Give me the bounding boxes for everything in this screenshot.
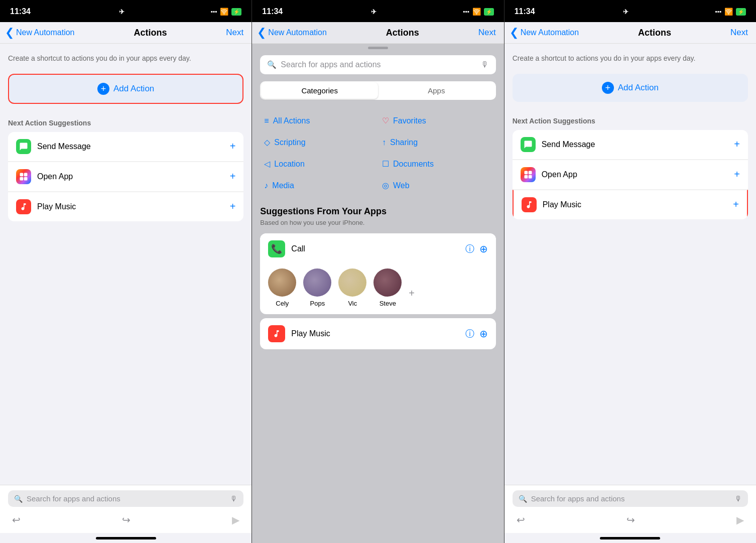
- next-button-3[interactable]: Next: [730, 28, 748, 38]
- suggestion-play-music-1[interactable]: Play Music +: [8, 192, 243, 221]
- next-button-2[interactable]: Next: [478, 28, 496, 38]
- suggestions-subtitle-2: Based on how you use your iPhone.: [260, 219, 495, 226]
- panel-handle-2: [368, 47, 388, 49]
- segment-categories-2[interactable]: Categories: [261, 82, 378, 99]
- contact-pops-2[interactable]: Pops: [303, 268, 331, 307]
- category-media-2[interactable]: ♪ Media: [260, 175, 378, 196]
- mic-icon-3: 🎙: [734, 494, 742, 503]
- open-app-plus-1[interactable]: +: [230, 171, 236, 182]
- open-app-plus-3[interactable]: +: [734, 169, 740, 180]
- scripting-label-2: Scripting: [274, 138, 305, 147]
- redo-icon-3[interactable]: ↪: [626, 514, 635, 526]
- play-music-plus-1[interactable]: +: [230, 201, 236, 212]
- call-suggestion-container-2: 📞 Call ⓘ ⊕ Cely Pops: [260, 233, 495, 314]
- nav-bar-2: ❮ New Automation Actions Next: [252, 22, 503, 44]
- status-icons-1: ▪▪▪ 🛜 ⚡: [211, 8, 242, 16]
- bottom-bar-3: 🔍 Search for apps and actions 🎙 ↩ ↪ ▶: [505, 485, 756, 533]
- status-bar-1: 11:34 ✈ ▪▪▪ 🛜 ⚡: [0, 0, 251, 22]
- play-music-plus-2[interactable]: ⊕: [479, 328, 488, 340]
- category-web-2[interactable]: ◎ Web: [378, 175, 496, 196]
- favorites-label-2: Favorites: [393, 116, 426, 125]
- sharing-icon-2: ↑: [382, 138, 386, 147]
- back-button-3[interactable]: ❮ New Automation: [510, 26, 579, 39]
- pops-avatar-2: [303, 268, 331, 297]
- toolbar-3: ↩ ↪ ▶: [513, 512, 748, 528]
- content-3: Create a shortcut to actions you do in y…: [505, 44, 756, 485]
- category-sharing-2[interactable]: ↑ Sharing: [378, 131, 496, 153]
- search-icon-1: 🔍: [14, 495, 23, 503]
- undo-icon-1[interactable]: ↩: [12, 514, 21, 526]
- contact-cely-2[interactable]: Cely: [268, 268, 296, 307]
- suggestion-open-app-1[interactable]: Open App +: [8, 162, 243, 192]
- suggestion-send-message-3[interactable]: Send Message +: [513, 130, 748, 160]
- call-icon-2: 📞: [268, 240, 285, 257]
- add-action-button-3[interactable]: + Add Action: [513, 74, 748, 102]
- play-music-peek-label-2: Play Music: [291, 329, 465, 338]
- play-icon-1[interactable]: ▶: [232, 514, 239, 526]
- search-placeholder-2: Search for apps and actions: [281, 60, 476, 69]
- call-plus-2[interactable]: ⊕: [479, 243, 488, 255]
- back-label-1: New Automation: [16, 28, 75, 37]
- home-bar-1: [96, 537, 156, 539]
- category-scripting-2[interactable]: ◇ Scripting: [260, 131, 378, 153]
- play-icon-3[interactable]: ▶: [736, 514, 744, 526]
- category-all-actions-2[interactable]: ≡ All Actions: [260, 110, 378, 131]
- sharing-label-2: Sharing: [390, 138, 418, 147]
- suggestion-play-music-3[interactable]: Play Music +: [513, 190, 748, 219]
- undo-icon-3[interactable]: ↩: [517, 514, 525, 526]
- toolbar-1: ↩ ↪ ▶: [8, 512, 243, 528]
- svg-rect-3: [24, 177, 28, 180]
- location-icon-2: ◁: [264, 159, 270, 169]
- status-icons-3: ▪▪▪ 🛜 ⚡: [715, 8, 746, 16]
- battery-icon-3: ⚡: [736, 8, 746, 16]
- music-icon-peek-2: [268, 325, 285, 342]
- web-icon-2: ◎: [382, 181, 389, 190]
- category-documents-2[interactable]: ☐ Documents: [378, 153, 496, 175]
- call-info-icon-2[interactable]: ⓘ: [465, 243, 474, 255]
- next-button-1[interactable]: Next: [226, 28, 243, 38]
- play-music-peek-2[interactable]: Play Music ⓘ ⊕: [260, 318, 495, 349]
- battery-icon-1: ⚡: [231, 8, 241, 16]
- redo-icon-1[interactable]: ↪: [122, 514, 131, 526]
- cely-avatar-2: [268, 268, 296, 297]
- contacts-row-2: Cely Pops Vic Steve +: [260, 264, 495, 314]
- search-panel-2: 🔍 Search for apps and actions 🎙 Categori…: [252, 44, 503, 543]
- suggestion-open-app-3[interactable]: Open App +: [513, 160, 748, 190]
- home-bar-3: [600, 537, 660, 539]
- send-message-plus-1[interactable]: +: [230, 141, 236, 152]
- media-label-2: Media: [272, 181, 294, 190]
- search-input-2[interactable]: 🔍 Search for apps and actions 🎙: [260, 55, 495, 74]
- vic-name-2: Vic: [348, 300, 357, 307]
- status-icons-2: ▪▪▪ 🛜 ⚡: [463, 8, 494, 16]
- add-action-button-1[interactable]: + Add Action: [8, 74, 243, 104]
- time-2: 11:34: [262, 7, 283, 16]
- nav-bar-3: ❮ New Automation Actions Next: [505, 22, 756, 44]
- bottom-bar-1: 🔍 Search for apps and actions 🎙 ↩ ↪ ▶: [0, 485, 251, 533]
- category-location-2[interactable]: ◁ Location: [260, 153, 378, 175]
- svg-rect-0: [20, 173, 24, 176]
- search-placeholder-1: Search for apps and actions: [27, 494, 226, 503]
- all-actions-icon-2: ≡: [264, 116, 269, 125]
- contact-steve-2[interactable]: Steve: [373, 268, 402, 307]
- web-label-2: Web: [393, 181, 410, 190]
- play-music-plus-3[interactable]: +: [733, 199, 739, 210]
- play-music-info-2[interactable]: ⓘ: [465, 328, 474, 340]
- cely-name-2: Cely: [276, 300, 289, 307]
- contact-vic-2[interactable]: Vic: [338, 268, 366, 307]
- back-button-1[interactable]: ❮ New Automation: [5, 26, 75, 39]
- contacts-more-2[interactable]: +: [409, 288, 415, 299]
- add-action-label-3: Add Action: [618, 83, 659, 93]
- category-favorites-2[interactable]: ♡ Favorites: [378, 110, 496, 131]
- segment-apps-2[interactable]: Apps: [378, 82, 495, 99]
- back-button-2[interactable]: ❮ New Automation: [257, 26, 327, 39]
- svg-rect-4: [524, 171, 528, 174]
- send-message-plus-3[interactable]: +: [734, 139, 740, 150]
- search-bar-1[interactable]: 🔍 Search for apps and actions 🎙: [8, 490, 243, 507]
- search-bar-3[interactable]: 🔍 Search for apps and actions 🎙: [513, 490, 748, 507]
- call-item-2[interactable]: 📞 Call ⓘ ⊕: [260, 233, 495, 264]
- call-label-2: Call: [291, 244, 465, 253]
- suggestion-send-message-1[interactable]: Send Message +: [8, 132, 243, 162]
- add-action-label-1: Add Action: [113, 84, 154, 94]
- location-label-2: Location: [274, 160, 305, 169]
- svg-rect-6: [524, 175, 528, 178]
